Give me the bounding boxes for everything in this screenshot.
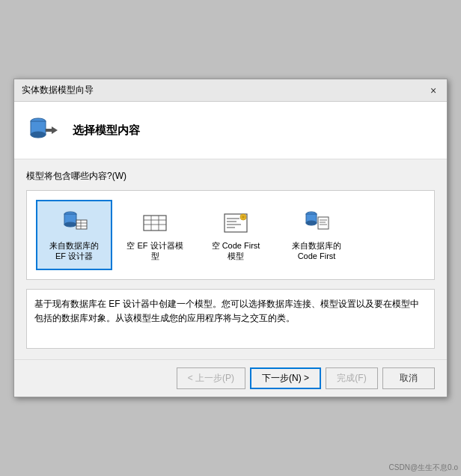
description-area: 基于现有数据库在 EF 设计器中创建一个模型。您可以选择数据库连接、模型设置以及…	[26, 289, 435, 349]
option-ef-designer-db-label: 来自数据库的 EF 设计器	[45, 240, 103, 262]
dialog-body: 模型将包含哪些内容?(W)	[14, 159, 447, 359]
dialog-title: 实体数据模型向导	[22, 84, 94, 97]
svg-rect-3	[46, 129, 52, 132]
back-button[interactable]: < 上一步(P)	[177, 367, 245, 389]
empty-codefirst-icon	[221, 207, 251, 237]
svg-rect-12	[144, 216, 166, 231]
svg-point-7	[64, 222, 76, 227]
finish-button[interactable]: 完成(F)	[326, 367, 378, 389]
dialog-header: 选择模型内容	[14, 102, 447, 159]
close-button[interactable]: ×	[427, 85, 439, 97]
section-label: 模型将包含哪些内容?(W)	[26, 170, 435, 183]
ef-designer-db-icon	[59, 207, 89, 237]
option-codefirst-db[interactable]: 来自数据库的 Code First	[278, 200, 355, 270]
svg-point-2	[31, 132, 46, 138]
dialog-footer: < 上一步(P) 下一步(N) > 完成(F) 取消	[14, 359, 447, 397]
option-empty-codefirst[interactable]: 空 Code First 模型	[198, 200, 274, 270]
option-empty-ef-label: 空 EF 设计器模型	[126, 240, 184, 262]
option-ef-designer-db[interactable]: 来自数据库的 EF 设计器	[36, 200, 112, 270]
header-title: 选择模型内容	[73, 123, 140, 138]
wizard-icon	[26, 112, 62, 148]
codefirst-db-icon	[302, 207, 332, 237]
option-empty-ef[interactable]: 空 EF 设计器模型	[117, 200, 193, 270]
option-empty-codefirst-label: 空 Code First 模型	[207, 240, 265, 262]
cancel-button[interactable]: 取消	[382, 367, 435, 389]
description-text: 基于现有数据库在 EF 设计器中创建一个模型。您可以选择数据库连接、模型设置以及…	[34, 299, 419, 323]
option-codefirst-db-label: 来自数据库的 Code First	[287, 240, 346, 262]
svg-rect-30	[318, 217, 329, 229]
svg-rect-8	[76, 220, 87, 229]
svg-marker-4	[52, 126, 58, 134]
options-area: 来自数据库的 EF 设计器 空 EF 设计器模型	[26, 190, 435, 280]
svg-point-29	[306, 221, 317, 225]
entity-model-wizard-dialog: 实体数据模型向导 × 选择模型内容 模型将包含哪些内容?(W)	[13, 79, 448, 397]
next-button[interactable]: 下一步(N) >	[250, 367, 321, 389]
empty-ef-icon	[140, 207, 170, 237]
title-bar: 实体数据模型向导 ×	[14, 79, 447, 102]
watermark: CSDN@生生不息0.o	[389, 463, 458, 473]
